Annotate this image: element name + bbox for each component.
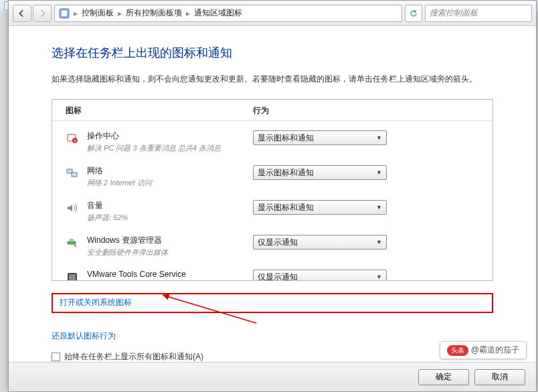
search-input[interactable]: 搜索控制面板 (425, 5, 532, 22)
toolbar: ▸ 控制面板 ▸ 所有控制面板项 ▸ 通知区域图标 搜索控制面板 (9, 1, 536, 26)
table-row-volume: 音量扬声器: 52%显示图标和通知▼ (66, 195, 479, 229)
network-icon (66, 167, 79, 180)
chevron-down-icon: ▼ (376, 204, 382, 211)
chevron-right-icon: ▸ (118, 9, 122, 18)
svg-rect-6 (72, 173, 77, 177)
search-placeholder: 搜索控制面板 (430, 7, 478, 19)
links-area: 打开或关闭系统图标 还原默认图标行为 (52, 293, 493, 343)
page-description: 如果选择隐藏图标和通知，则不会向您通知更改和更新。若要随时查看隐藏的图标，请单击… (52, 73, 493, 86)
table-row-network: 网络网络 2 Internet 访问显示图标和通知▼ (66, 160, 479, 195)
volume-icon (66, 201, 79, 215)
chevron-down-icon: ▼ (376, 274, 382, 280)
behavior-combo-network[interactable]: 显示图标和通知▼ (253, 165, 387, 180)
row-subtitle: 网络 2 Internet 访问 (87, 178, 253, 188)
svg-rect-1 (62, 11, 67, 16)
action-center-icon: ✕ (66, 132, 79, 145)
row-title: 操作中心 (87, 130, 253, 142)
table-row-explorer: Windows 资源管理器安全删除硬件并弹出媒体仅显示通知▼ (66, 229, 479, 264)
svg-rect-10 (69, 274, 76, 281)
nav-buttons (13, 5, 52, 22)
ok-button[interactable]: 确定 (418, 369, 469, 385)
row-title: VMware Tools Core Service (87, 270, 253, 279)
rows-container: ✕操作中心解决 PC 问题 3 条重要消息 总共4 条消息显示图标和通知▼网络网… (52, 121, 492, 281)
nav-forward-button[interactable] (33, 5, 52, 22)
always-show-row: 始终在任务栏上显示所有图标和通知(A) (52, 351, 493, 362)
svg-rect-8 (70, 239, 74, 241)
refresh-button[interactable] (405, 5, 422, 22)
watermark: 头条 @霸道的茄子 (440, 341, 527, 359)
row-subtitle: 扬声器: 52% (87, 213, 253, 223)
breadcrumb-all-items[interactable]: 所有控制面板项 (126, 7, 182, 19)
chevron-down-icon: ▼ (376, 169, 382, 176)
svg-text:✕: ✕ (74, 139, 77, 143)
combo-value: 显示图标和通知 (258, 132, 314, 144)
nav-back-button[interactable] (13, 5, 31, 22)
combo-value: 显示图标和通知 (258, 167, 314, 179)
page-title: 选择在任务栏上出现的图标和通知 (52, 45, 493, 61)
watermark-badge: 头条 (447, 345, 468, 356)
content-area: 选择在任务栏上出现的图标和通知 如果选择隐藏图标和通知，则不会向您通知更改和更新… (9, 26, 536, 362)
chevron-right-icon: ▸ (74, 9, 78, 18)
row-text: 操作中心解决 PC 问题 3 条重要消息 总共4 条消息 (87, 130, 253, 153)
row-title: Windows 资源管理器 (87, 235, 253, 246)
combo-value: 仅显示通知 (258, 272, 298, 282)
watermark-handle: @霸道的茄子 (471, 345, 519, 356)
always-show-checkbox[interactable] (52, 353, 60, 361)
vmware-icon (66, 271, 79, 281)
column-behavior: 行为 (253, 105, 479, 116)
highlight-box: 打开或关闭系统图标 (52, 293, 493, 313)
link-toggle-system-icons[interactable]: 打开或关闭系统图标 (60, 296, 132, 310)
combo-value: 显示图标和通知 (258, 202, 314, 213)
row-text: 网络网络 2 Internet 访问 (87, 165, 253, 188)
breadcrumb-bar[interactable]: ▸ 控制面板 ▸ 所有控制面板项 ▸ 通知区域图标 (54, 5, 402, 22)
row-subtitle: 解决 PC 问题 3 条重要消息 总共4 条消息 (87, 143, 253, 153)
explorer-icon (66, 236, 79, 250)
breadcrumb-current[interactable]: 通知区域图标 (194, 7, 242, 19)
control-panel-icon (59, 8, 70, 19)
behavior-combo-action-center[interactable]: 显示图标和通知▼ (253, 130, 387, 145)
row-text: VMware Tools Core ServiceVMware Tools (87, 270, 253, 281)
row-title: 音量 (87, 200, 253, 211)
link-restore-defaults[interactable]: 还原默认图标行为 (52, 329, 116, 344)
chevron-right-icon: ▸ (186, 9, 190, 18)
svg-rect-7 (68, 241, 76, 244)
row-text: Windows 资源管理器安全删除硬件并弹出媒体 (87, 235, 253, 258)
row-title: 网络 (87, 165, 253, 177)
behavior-combo-volume[interactable]: 显示图标和通知▼ (253, 200, 387, 215)
cancel-button[interactable]: 取消 (474, 369, 525, 385)
behavior-combo-vmware[interactable]: 仅显示通知▼ (253, 270, 387, 281)
control-panel-window: ▸ 控制面板 ▸ 所有控制面板项 ▸ 通知区域图标 搜索控制面板 选择在任务栏上… (8, 0, 537, 392)
dialog-footer: 确定 取消 (9, 362, 536, 391)
always-show-label: 始终在任务栏上显示所有图标和通知(A) (64, 351, 203, 362)
chevron-down-icon: ▼ (376, 134, 382, 141)
row-subtitle: VMware Tools (87, 280, 253, 281)
table-row-action-center: ✕操作中心解决 PC 问题 3 条重要消息 总共4 条消息显示图标和通知▼ (66, 125, 479, 160)
chevron-down-icon: ▼ (376, 239, 382, 246)
behavior-combo-explorer[interactable]: 仅显示通知▼ (253, 235, 387, 250)
column-icon: 图标 (66, 105, 253, 116)
row-subtitle: 安全删除硬件并弹出媒体 (87, 248, 253, 258)
combo-value: 仅显示通知 (258, 237, 298, 248)
breadcrumb-root[interactable]: 控制面板 (82, 7, 114, 19)
table-row-vmware: VMware Tools Core ServiceVMware Tools仅显示… (66, 264, 479, 281)
panel-header: 图标 行为 (52, 100, 492, 121)
icons-panel: 图标 行为 ✕操作中心解决 PC 问题 3 条重要消息 总共4 条消息显示图标和… (52, 99, 493, 281)
row-text: 音量扬声器: 52% (87, 200, 253, 223)
